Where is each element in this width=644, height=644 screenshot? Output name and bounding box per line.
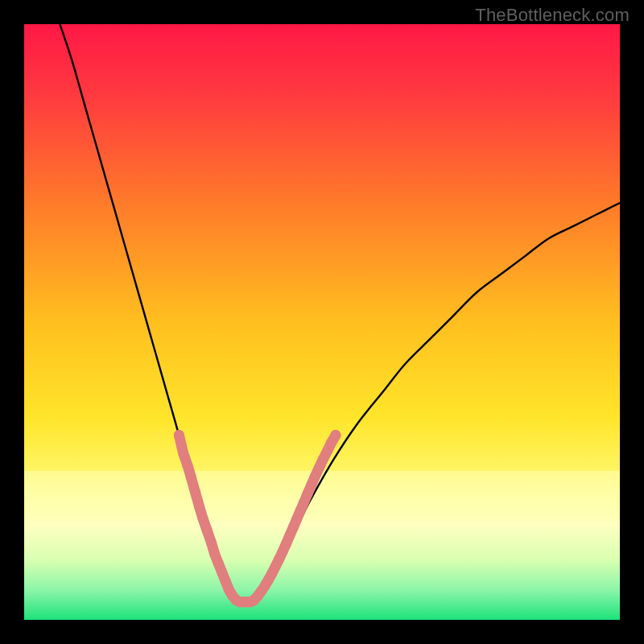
marker-endcap	[174, 430, 184, 440]
canvas-frame: TheBottleneck.com	[0, 0, 644, 644]
chart-svg	[24, 24, 620, 620]
watermark-text: TheBottleneck.com	[475, 5, 630, 26]
marker-endcap	[331, 430, 341, 440]
chart-plot	[24, 24, 620, 620]
gradient-background	[24, 24, 620, 620]
